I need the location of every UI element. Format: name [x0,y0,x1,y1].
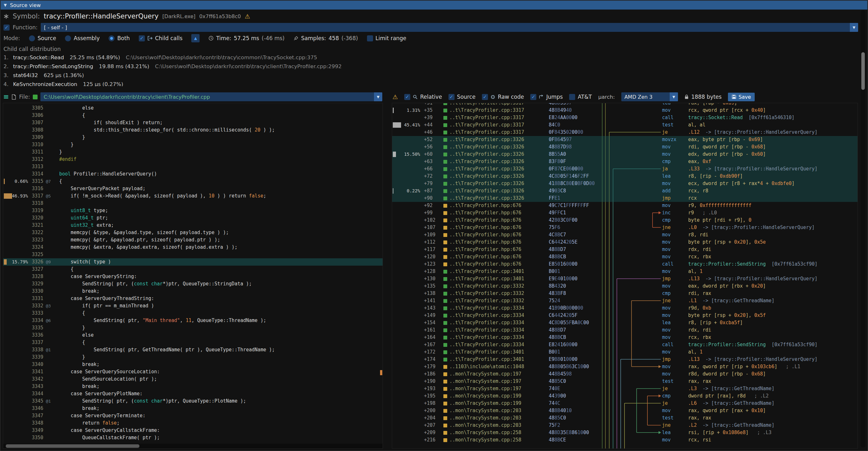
source-line[interactable]: 46.93%3317@5 if( !m_sock->Read( &payload… [3,192,382,200]
source-line[interactable]: 3345@1 SendString( ptr, (const char*)ptr… [3,397,382,405]
asm-row[interactable]: +107..t\TracyProfiler.hpp:67675F6jne.L0 … [392,224,858,231]
asm-row[interactable]: +63..t\TracyProfiler.cpp:332683F80Fcmpea… [392,158,858,165]
warning-icon[interactable]: ⚠ [245,13,250,20]
asm-row[interactable]: 0.22%+87..t\TracyProfiler.cpp:33264903C8… [392,187,858,194]
asm-row[interactable]: +120..t\TracyProfiler.hpp:676488BCBmovrc… [392,253,858,261]
source-line[interactable]: 3322 memcpy( &type, &payload.type, sizeo… [3,229,382,236]
source-line[interactable]: 3323 memcpy( &ptr, &payload.ptr, sizeof(… [3,236,382,244]
source-line[interactable]: 3307 if( shouldExit ) return; [3,119,382,126]
asm-row[interactable]: +39..t\TracyProfiler.cpp:3317E824AA0000c… [392,114,858,121]
window-titlebar[interactable]: ▼ Source view [1,1,867,9]
source-line[interactable]: 3320 uint64_t ptr; [3,214,382,222]
list-icon[interactable] [3,94,9,99]
asm-row[interactable]: +172..t\TracyProfiler.cpp:3401B001moval,… [392,349,858,356]
source-line[interactable]: 3347 case ServerQueryTerminate: [3,412,382,419]
source-line[interactable]: 3311} [3,148,382,156]
asm-row[interactable]: +154..t\TracyProfiler.cpp:33344C8D055FBA… [392,319,858,327]
jumps-toggle[interactable]: ✓ Jumps [530,94,563,100]
asm-row[interactable]: +56..t\TracyProfiler.cpp:3326488B7D98mov… [392,143,858,151]
source-line[interactable]: 3313 [3,163,382,171]
asm-row[interactable]: +109..t\TracyProfiler.hpp:6764C8BC7movr8… [392,231,858,239]
asm-row[interactable]: +149..t\TracyProfiler.cpp:3334C64424205F… [392,312,858,319]
asm-row[interactable]: +99..t\TracyProfiler.hpp:67649FFC1incr9 … [392,209,858,217]
source-line[interactable]: 3309 } [3,134,382,141]
asm-row[interactable]: 15.50%+60..t\TracyProfiler.cpp:33268B55A… [392,151,858,158]
asm-row[interactable]: +117..t\TracyProfiler.hpp:676488BD7movrd… [392,246,858,253]
source-line[interactable]: 3327 { [3,266,382,273]
asm-row[interactable]: +79..t\TracyProfiler.cpp:3326418B8C80E0B… [392,180,858,187]
source-line[interactable]: 3312#endif [3,156,382,163]
source-line[interactable]: 3308 std::this_thread::sleep_for( std::c… [3,126,382,134]
asm-row[interactable]: +102..t\TracyProfiler.hpp:67642803C0F00c… [392,217,858,224]
source-line[interactable]: 3324 memcpy( &extra, &payload.extra, siz… [3,244,382,251]
source-line[interactable]: 3336 else [3,332,382,339]
scrollbar-thumb[interactable] [6,444,140,448]
source-line[interactable]: 3310 } [3,141,382,148]
asm-row[interactable]: +112..t\TracyProfiler.hpp:676C64424205Em… [392,239,858,246]
radio-icon[interactable] [29,35,35,41]
raw-code-toggle[interactable]: ✓ Raw code [482,94,524,100]
asm-row[interactable]: +200..mon\TracySystem.cpp:203488B4010mov… [392,407,858,414]
asm-row[interactable]: +164..t\TracyProfiler.cpp:3334488BCBmovr… [392,334,858,341]
child-call-row[interactable]: 4.KeSynchronizeExecution125 µs (0.27%) [3,80,481,86]
asm-row[interactable]: +143..t\TracyProfiler.cpp:333441B90B0000… [392,304,858,312]
checkbox-icon[interactable]: ✓ [482,94,488,100]
uarch-combo[interactable]: AMD Zen 3 ▼ [621,92,678,101]
asm-row[interactable]: +216..mon\TracySystem.cpp:258488BCEmovrc… [392,437,858,444]
checkbox-icon[interactable]: ✓ [404,94,410,100]
source-line[interactable]: 3348 return false; [3,419,382,427]
checkbox-icon[interactable]: ✓ [530,94,536,100]
asm-row[interactable]: +167..t\TracyProfiler.cpp:3334E824160000… [392,341,858,349]
source-line[interactable]: 3342 SendSourceLocation( ptr ); [3,375,382,383]
scrollbar-thumb[interactable] [861,52,865,90]
source-line[interactable]: 15.79%3326@9 switch( type ) [3,258,382,266]
source-line[interactable]: 3341 case ServerQuerySourceLocation: [3,368,382,375]
asm-row[interactable]: +207..mon\TracySystem.cpp:20375F2jne.L2 … [392,422,858,429]
asm-row[interactable]: +141..t\TracyProfiler.cpp:33327524jne.L1… [392,297,858,304]
asm-row[interactable]: +123..t\TracyProfiler.hpp:676E850160000c… [392,261,858,268]
source-line[interactable]: 3337 { [3,339,382,346]
source-line[interactable]: 3305 else [3,104,382,112]
source-line[interactable]: 3325 [3,251,382,258]
source-line[interactable]: 3330 break; [3,288,382,295]
source-toggle[interactable]: ✓ Source [448,94,475,100]
source-line[interactable]: 3339 } [3,354,382,361]
source-horizontal-scrollbar[interactable] [3,444,382,448]
child-call-row[interactable]: 2.tracy::Profiler::SendLongString19.88 m… [3,62,481,71]
asm-row[interactable]: +193..mon\TracySystem.cpp:197740Eje.L3 -… [392,385,858,392]
asm-row[interactable]: +90..t\TracyProfiler.cpp:3326FFE1jmprcx [392,194,858,202]
source-line[interactable]: 3314bool Profiler::HandleServerQuery() [3,171,382,178]
source-line[interactable]: 3331 case ServerQueryThreadString: [3,295,382,302]
asm-row[interactable]: +195..mon\TracySystem.cpp:199443900cmpdw… [392,392,858,400]
mode-radio-both[interactable]: Both [108,35,130,41]
file-combo[interactable]: C:\Users\wolf\Desktop\darkrl\contrib\tra… [40,92,382,101]
asm-row[interactable]: +31..t\TracyProfiler.cpp:3317488D5597lea… [392,103,858,107]
asm-row[interactable]: +204..mon\TracySystem.cpp:2034885C0testr… [392,414,858,422]
scroll-highlight-marker[interactable] [380,370,382,375]
asm-row[interactable]: +174..t\TracyProfiler.cpp:3401E9B8010000… [392,356,858,363]
asm-row[interactable]: +209..mon\TracySystem.cpp:258488D35E8861… [392,429,858,437]
source-line[interactable]: 3338@1 SendString( ptr, GetThreadName( p… [3,346,382,354]
asm-row[interactable]: +161..t\TracyProfiler.cpp:3334488BD7movr… [392,327,858,334]
mode-radio-assembly[interactable]: Assembly [65,35,100,41]
asm-row[interactable]: +72..t\TracyProfiler.cpp:33264C8D05F146F… [392,173,858,180]
asm-row[interactable]: 45.41%+44..t\TracyProfiler.cpp:331784C0t… [392,121,858,129]
asm-row[interactable]: +179..1103\include\atomic:1048488B05B63C… [392,363,858,370]
chevron-down-icon[interactable]: ▼ [670,92,678,101]
source-line[interactable]: 3334@6 SendString( ptr, "Main thread", 1… [3,317,382,324]
source-line[interactable]: 0.66%3315@7{ [3,178,382,185]
checkbox-icon[interactable] [569,94,575,100]
asm-row[interactable]: +46..t\TracyProfiler.cpp:33170F843502000… [392,129,858,136]
relative-toggle[interactable]: ✓ Relative [404,94,442,100]
asm-row[interactable]: +130..t\TracyProfiler.cpp:3401E9E4010000… [392,275,858,282]
asm-row[interactable]: +198..mon\TracySystem.cpp:199744Cje.L6 -… [392,400,858,407]
source-line[interactable]: 3321 uint32_t extra; [3,222,382,229]
source-line[interactable]: 3335 } [3,324,382,332]
source-line[interactable]: 3306 { [3,112,382,119]
source-line[interactable]: 3346 break; [3,405,382,412]
asm-row[interactable]: 1.31%+35..t\TracyProfiler.cpp:3317488B49… [392,107,858,114]
source-line[interactable]: 3340 break; [3,361,382,368]
radio-icon[interactable] [108,35,115,41]
parent-symbol-button[interactable]: ▲ [191,34,199,42]
checkbox-icon[interactable]: ✓ [448,94,455,100]
